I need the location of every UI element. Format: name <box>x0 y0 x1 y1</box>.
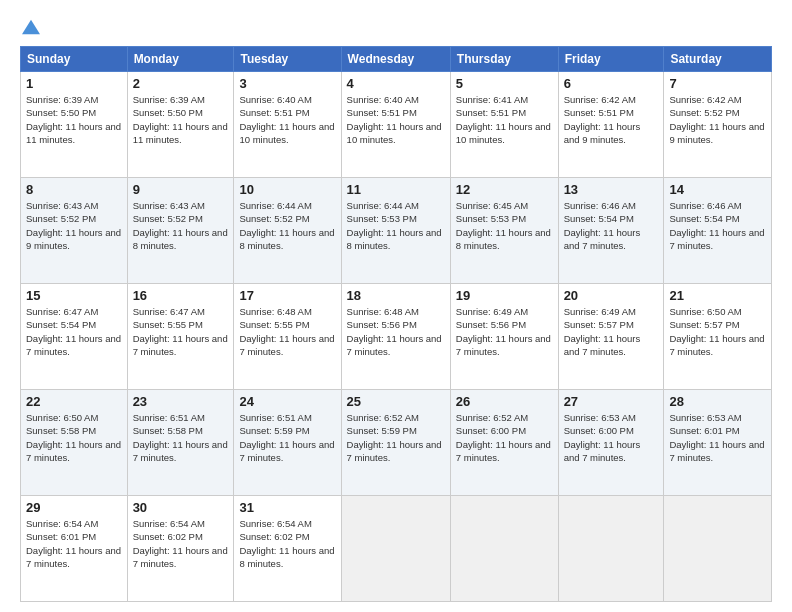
table-row: 10Sunrise: 6:44 AMSunset: 5:52 PMDayligh… <box>234 178 341 284</box>
calendar-row: 8Sunrise: 6:43 AMSunset: 5:52 PMDaylight… <box>21 178 772 284</box>
day-info: Sunrise: 6:50 AMSunset: 5:58 PMDaylight:… <box>26 411 122 464</box>
day-info: Sunrise: 6:46 AMSunset: 5:54 PMDaylight:… <box>669 199 766 252</box>
day-number: 16 <box>133 288 229 303</box>
day-info: Sunrise: 6:48 AMSunset: 5:56 PMDaylight:… <box>347 305 445 358</box>
day-number: 14 <box>669 182 766 197</box>
day-number: 25 <box>347 394 445 409</box>
day-info: Sunrise: 6:50 AMSunset: 5:57 PMDaylight:… <box>669 305 766 358</box>
table-row: 11Sunrise: 6:44 AMSunset: 5:53 PMDayligh… <box>341 178 450 284</box>
table-row: 24Sunrise: 6:51 AMSunset: 5:59 PMDayligh… <box>234 390 341 496</box>
day-number: 22 <box>26 394 122 409</box>
day-info: Sunrise: 6:47 AMSunset: 5:55 PMDaylight:… <box>133 305 229 358</box>
day-number: 9 <box>133 182 229 197</box>
day-info: Sunrise: 6:49 AMSunset: 5:57 PMDaylight:… <box>564 305 659 358</box>
table-row: 13Sunrise: 6:46 AMSunset: 5:54 PMDayligh… <box>558 178 664 284</box>
table-row <box>558 496 664 602</box>
table-row: 28Sunrise: 6:53 AMSunset: 6:01 PMDayligh… <box>664 390 772 496</box>
day-info: Sunrise: 6:52 AMSunset: 6:00 PMDaylight:… <box>456 411 553 464</box>
day-info: Sunrise: 6:39 AMSunset: 5:50 PMDaylight:… <box>26 93 122 146</box>
th-sunday: Sunday <box>21 47 128 72</box>
day-number: 19 <box>456 288 553 303</box>
day-number: 1 <box>26 76 122 91</box>
day-info: Sunrise: 6:46 AMSunset: 5:54 PMDaylight:… <box>564 199 659 252</box>
day-number: 21 <box>669 288 766 303</box>
table-row: 2Sunrise: 6:39 AMSunset: 5:50 PMDaylight… <box>127 72 234 178</box>
header <box>20 18 772 36</box>
calendar-row: 1Sunrise: 6:39 AMSunset: 5:50 PMDaylight… <box>21 72 772 178</box>
day-number: 24 <box>239 394 335 409</box>
day-info: Sunrise: 6:52 AMSunset: 5:59 PMDaylight:… <box>347 411 445 464</box>
th-monday: Monday <box>127 47 234 72</box>
table-row: 29Sunrise: 6:54 AMSunset: 6:01 PMDayligh… <box>21 496 128 602</box>
table-row: 4Sunrise: 6:40 AMSunset: 5:51 PMDaylight… <box>341 72 450 178</box>
th-wednesday: Wednesday <box>341 47 450 72</box>
calendar-row: 15Sunrise: 6:47 AMSunset: 5:54 PMDayligh… <box>21 284 772 390</box>
svg-marker-0 <box>22 20 40 34</box>
day-info: Sunrise: 6:54 AMSunset: 6:01 PMDaylight:… <box>26 517 122 570</box>
day-info: Sunrise: 6:48 AMSunset: 5:55 PMDaylight:… <box>239 305 335 358</box>
day-info: Sunrise: 6:53 AMSunset: 6:00 PMDaylight:… <box>564 411 659 464</box>
day-number: 6 <box>564 76 659 91</box>
day-number: 23 <box>133 394 229 409</box>
table-row: 12Sunrise: 6:45 AMSunset: 5:53 PMDayligh… <box>450 178 558 284</box>
day-number: 31 <box>239 500 335 515</box>
table-row <box>664 496 772 602</box>
day-number: 3 <box>239 76 335 91</box>
table-row: 9Sunrise: 6:43 AMSunset: 5:52 PMDaylight… <box>127 178 234 284</box>
day-info: Sunrise: 6:40 AMSunset: 5:51 PMDaylight:… <box>239 93 335 146</box>
day-info: Sunrise: 6:54 AMSunset: 6:02 PMDaylight:… <box>239 517 335 570</box>
day-number: 27 <box>564 394 659 409</box>
day-info: Sunrise: 6:42 AMSunset: 5:51 PMDaylight:… <box>564 93 659 146</box>
th-tuesday: Tuesday <box>234 47 341 72</box>
table-row <box>450 496 558 602</box>
day-number: 12 <box>456 182 553 197</box>
day-info: Sunrise: 6:41 AMSunset: 5:51 PMDaylight:… <box>456 93 553 146</box>
calendar: Sunday Monday Tuesday Wednesday Thursday… <box>20 46 772 602</box>
header-row: Sunday Monday Tuesday Wednesday Thursday… <box>21 47 772 72</box>
day-number: 30 <box>133 500 229 515</box>
day-number: 10 <box>239 182 335 197</box>
table-row: 23Sunrise: 6:51 AMSunset: 5:58 PMDayligh… <box>127 390 234 496</box>
day-number: 5 <box>456 76 553 91</box>
day-info: Sunrise: 6:44 AMSunset: 5:52 PMDaylight:… <box>239 199 335 252</box>
day-info: Sunrise: 6:42 AMSunset: 5:52 PMDaylight:… <box>669 93 766 146</box>
page: Sunday Monday Tuesday Wednesday Thursday… <box>0 0 792 612</box>
day-info: Sunrise: 6:54 AMSunset: 6:02 PMDaylight:… <box>133 517 229 570</box>
table-row: 19Sunrise: 6:49 AMSunset: 5:56 PMDayligh… <box>450 284 558 390</box>
table-row: 17Sunrise: 6:48 AMSunset: 5:55 PMDayligh… <box>234 284 341 390</box>
table-row: 20Sunrise: 6:49 AMSunset: 5:57 PMDayligh… <box>558 284 664 390</box>
table-row: 26Sunrise: 6:52 AMSunset: 6:00 PMDayligh… <box>450 390 558 496</box>
table-row: 6Sunrise: 6:42 AMSunset: 5:51 PMDaylight… <box>558 72 664 178</box>
logo-text <box>20 18 40 36</box>
day-number: 13 <box>564 182 659 197</box>
table-row: 15Sunrise: 6:47 AMSunset: 5:54 PMDayligh… <box>21 284 128 390</box>
day-number: 15 <box>26 288 122 303</box>
day-info: Sunrise: 6:39 AMSunset: 5:50 PMDaylight:… <box>133 93 229 146</box>
table-row: 7Sunrise: 6:42 AMSunset: 5:52 PMDaylight… <box>664 72 772 178</box>
day-info: Sunrise: 6:49 AMSunset: 5:56 PMDaylight:… <box>456 305 553 358</box>
table-row: 30Sunrise: 6:54 AMSunset: 6:02 PMDayligh… <box>127 496 234 602</box>
day-number: 26 <box>456 394 553 409</box>
day-number: 20 <box>564 288 659 303</box>
table-row: 5Sunrise: 6:41 AMSunset: 5:51 PMDaylight… <box>450 72 558 178</box>
day-info: Sunrise: 6:40 AMSunset: 5:51 PMDaylight:… <box>347 93 445 146</box>
day-info: Sunrise: 6:43 AMSunset: 5:52 PMDaylight:… <box>133 199 229 252</box>
calendar-row: 22Sunrise: 6:50 AMSunset: 5:58 PMDayligh… <box>21 390 772 496</box>
th-thursday: Thursday <box>450 47 558 72</box>
day-info: Sunrise: 6:47 AMSunset: 5:54 PMDaylight:… <box>26 305 122 358</box>
table-row: 1Sunrise: 6:39 AMSunset: 5:50 PMDaylight… <box>21 72 128 178</box>
day-number: 2 <box>133 76 229 91</box>
day-number: 29 <box>26 500 122 515</box>
logo-icon <box>22 18 40 36</box>
th-saturday: Saturday <box>664 47 772 72</box>
table-row: 14Sunrise: 6:46 AMSunset: 5:54 PMDayligh… <box>664 178 772 284</box>
th-friday: Friday <box>558 47 664 72</box>
day-number: 7 <box>669 76 766 91</box>
day-info: Sunrise: 6:43 AMSunset: 5:52 PMDaylight:… <box>26 199 122 252</box>
day-info: Sunrise: 6:51 AMSunset: 5:59 PMDaylight:… <box>239 411 335 464</box>
day-number: 11 <box>347 182 445 197</box>
day-info: Sunrise: 6:53 AMSunset: 6:01 PMDaylight:… <box>669 411 766 464</box>
logo <box>20 18 40 36</box>
calendar-row: 29Sunrise: 6:54 AMSunset: 6:01 PMDayligh… <box>21 496 772 602</box>
table-row: 27Sunrise: 6:53 AMSunset: 6:00 PMDayligh… <box>558 390 664 496</box>
